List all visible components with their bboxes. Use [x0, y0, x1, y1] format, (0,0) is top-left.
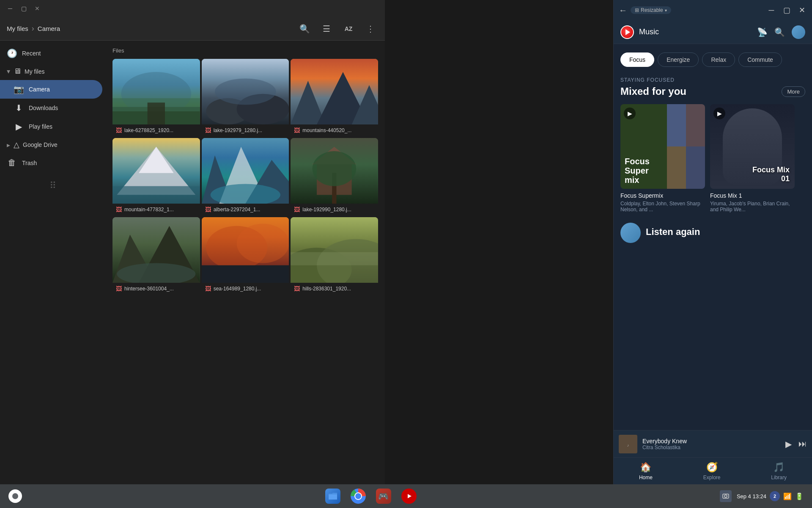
bottom-nav-home[interactable]: 🏠 Home — [639, 462, 653, 480]
list-item[interactable]: 🖼 hills-2836301_1920... — [291, 217, 378, 295]
more-options-icon[interactable]: ⋮ — [363, 21, 378, 36]
breadcrumb-separator: › — [32, 24, 34, 33]
play-overlay-icon-2[interactable]: ▶ — [713, 108, 725, 119]
image-file-icon: 🖼 — [205, 285, 211, 292]
svg-rect-34 — [202, 265, 289, 283]
sidebar-item-downloads[interactable]: ⬇ Downloads — [0, 99, 102, 117]
launcher-button[interactable] — [8, 489, 22, 503]
card-thumb-focus-mix-1: Focus Mix01 ▶ — [710, 104, 795, 189]
next-track-button[interactable]: ⏭ — [798, 439, 807, 449]
list-item[interactable]: 🖼 mountain-477832_1... — [112, 138, 200, 215]
file-thumbnail-9 — [291, 217, 378, 283]
card-quarter-3 — [667, 146, 686, 189]
sidebar-item-label-playfiles: Play files — [29, 123, 52, 130]
taskbar-left — [0, 489, 22, 503]
bottom-nav-explore-label: Explore — [703, 475, 721, 480]
cast-icon[interactable]: 📡 — [757, 27, 768, 37]
file-thumbnail-6 — [291, 138, 378, 204]
fm-header-actions: 🔍 ☰ AZ ⋮ — [297, 21, 378, 36]
svg-point-43 — [355, 493, 361, 499]
sidebar-section-myfiles[interactable]: ▾ 🖥 My files — [0, 63, 106, 80]
mood-tab-energize[interactable]: Energize — [658, 52, 699, 67]
screenshot-button[interactable] — [720, 490, 732, 502]
file-name-6: lake-192990_1280.j... — [302, 207, 351, 213]
youtube-music-logo — [620, 25, 634, 39]
player-thumbnail: ♪ — [619, 435, 637, 453]
more-button[interactable]: More — [782, 86, 805, 97]
list-item[interactable]: 🖼 sea-164989_1280.j... — [202, 217, 289, 295]
mood-tab-relax[interactable]: Relax — [702, 52, 735, 67]
chrome-taskbar-icon[interactable] — [349, 487, 368, 505]
music-card-1[interactable]: FocusSupermix ▶ Focus Supermix Coldplay,… — [620, 104, 705, 213]
list-item[interactable]: 🖼 lake-6278825_1920... — [112, 59, 200, 136]
minimize-button[interactable]: ─ — [766, 5, 776, 15]
file-thumbnail-4 — [112, 138, 200, 204]
notification-badge[interactable]: 2 — [770, 491, 780, 501]
sidebar-item-trash[interactable]: 🗑 Trash — [0, 154, 102, 172]
battery-icon: 🔋 — [795, 492, 804, 500]
search-icon[interactable]: 🔍 — [297, 21, 312, 36]
breadcrumb-current[interactable]: Camera — [38, 25, 60, 32]
music-card-2[interactable]: Focus Mix01 ▶ Focus Mix 1 Yiruma, Jacob'… — [710, 104, 795, 213]
resize-icon: ⊞ — [635, 7, 639, 13]
file-name-3: mountains-440520_... — [302, 127, 351, 133]
close-button[interactable]: ✕ — [32, 3, 42, 14]
search-icon[interactable]: 🔍 — [774, 27, 785, 37]
file-name-9: hills-2836301_1920... — [302, 286, 351, 292]
sidebar-item-camera[interactable]: 📷 Camera — [0, 80, 102, 99]
music-bottom-nav: 🏠 Home 🧭 Explore 🎵 Library — [614, 457, 812, 484]
listen-again-title: Listen again — [646, 226, 700, 237]
file-thumbnail-3 — [291, 59, 378, 124]
sidebar-item-playfiles[interactable]: ▶ Play files — [0, 117, 102, 136]
svg-point-47 — [724, 495, 727, 497]
minimize-button[interactable]: ─ — [5, 3, 15, 14]
sidebar-item-recent[interactable]: 🕐 Recent — [0, 44, 102, 63]
file-thumbnail-7 — [112, 217, 200, 283]
bottom-nav-library[interactable]: 🎵 Library — [771, 462, 787, 480]
file-name-7: hintersee-3601004_... — [124, 286, 174, 292]
trash-icon: 🗑 — [7, 158, 17, 168]
bottom-nav-explore[interactable]: 🧭 Explore — [703, 462, 721, 480]
list-item[interactable]: 🖼 mountains-440520_... — [291, 59, 378, 136]
play-pause-button[interactable]: ▶ — [785, 439, 792, 449]
music-titlebar: ← ⊞ Resizable ▾ ─ ▢ ✕ — [614, 0, 812, 20]
music-player: ♪ Everybody Knew Citra Scholastika ▶ ⏭ — [614, 430, 812, 457]
list-item[interactable]: 🖼 hintersee-3601004_... — [112, 217, 200, 295]
close-button[interactable]: ✕ — [797, 5, 807, 15]
play-overlay-icon[interactable]: ▶ — [624, 108, 636, 119]
svg-point-26 — [313, 151, 356, 186]
breadcrumb-root[interactable]: My files — [7, 25, 28, 32]
card-desc-1: Coldplay, Elton John, Steven Sharp Nelso… — [620, 201, 705, 213]
maximize-button[interactable]: ▢ — [19, 3, 29, 14]
music-taskbar-icon[interactable] — [400, 487, 418, 505]
resizable-pill[interactable]: ⊞ Resizable ▾ — [631, 6, 671, 14]
drive-icon: △ — [14, 140, 19, 149]
library-icon: 🎵 — [773, 462, 785, 473]
maximize-button[interactable]: ▢ — [782, 5, 792, 15]
game-taskbar-icon[interactable]: 🎮 — [374, 487, 393, 505]
svg-point-33 — [236, 224, 289, 263]
list-view-icon[interactable]: ☰ — [319, 21, 334, 36]
files-app-taskbar-icon[interactable] — [324, 487, 342, 505]
svg-rect-16 — [112, 186, 200, 204]
focus-supermix-text: FocusSupermix — [625, 157, 650, 185]
listen-again-header: Listen again — [620, 223, 805, 243]
image-file-icon: 🖼 — [294, 206, 300, 213]
back-icon[interactable]: ← — [619, 6, 627, 15]
play-icon: ▶ — [14, 121, 24, 132]
grid-dots-icon[interactable]: ⠿ — [0, 172, 106, 200]
card-quarter-1 — [667, 104, 686, 146]
file-info-9: 🖼 hills-2836301_1920... — [291, 283, 378, 295]
card-quarter-2 — [686, 104, 705, 146]
user-avatar[interactable] — [792, 25, 805, 39]
list-item[interactable]: 🖼 alberta-2297204_1... — [202, 138, 289, 215]
list-item[interactable]: 🖼 lake-192979_1280.j... — [202, 59, 289, 136]
file-info-5: 🖼 alberta-2297204_1... — [202, 204, 289, 215]
app-title: Music — [639, 28, 752, 36]
sidebar-section-googledrive[interactable]: ▸ △ Google Drive — [0, 136, 106, 154]
mood-tab-commute[interactable]: Commute — [738, 52, 782, 67]
computer-icon: 🖥 — [14, 67, 21, 76]
sort-icon[interactable]: AZ — [341, 21, 356, 36]
mood-tab-focus[interactable]: Focus — [620, 52, 654, 67]
list-item[interactable]: 🖼 lake-192990_1280.j... — [291, 138, 378, 215]
